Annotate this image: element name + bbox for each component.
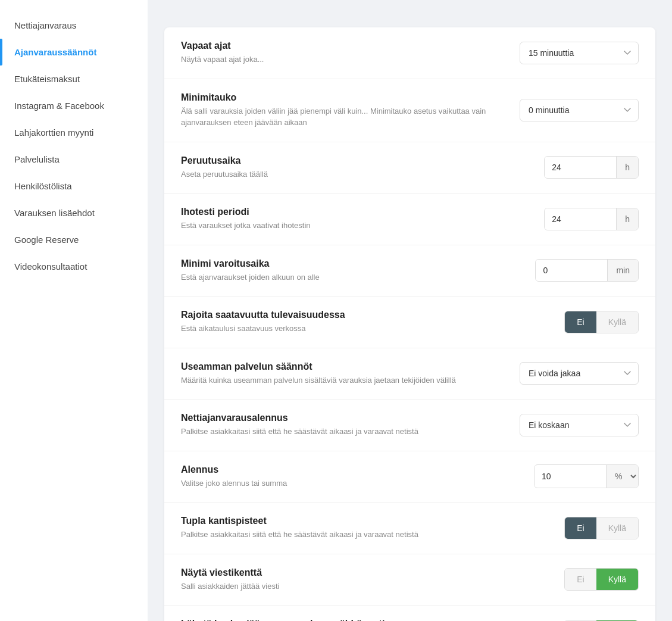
- rule-title-alennus: Alennus: [181, 464, 522, 475]
- rule-info-peruutusaika: PeruutusaikaAseta peruutusaika täällä: [181, 155, 532, 180]
- rule-info-useamman-palvelun: Useamman palvelun säännötMääritä kuinka …: [181, 361, 508, 386]
- rule-control-nettiajanvaraus-alennus: Ei koskaanAina: [520, 414, 639, 436]
- rule-control-peruutusaika: h: [544, 156, 639, 179]
- toggle-left-rajoita-saatavuutta[interactable]: Ei: [565, 311, 596, 333]
- rule-desc-ihotesti-periodi: Estä varaukset jotka vaativat ihotestin: [181, 220, 532, 232]
- input-wrap-ihotesti-periodi: h: [544, 208, 639, 230]
- rule-desc-minimi-varoitusaika: Estä ajanvaraukset joiden alkuun on alle: [181, 272, 523, 283]
- rule-title-useamman-palvelun: Useamman palvelun säännöt: [181, 361, 508, 372]
- sidebar-item-nettiajanvaraus[interactable]: Nettiajanvaraus: [0, 12, 148, 39]
- rule-row-minimi-varoitusaika: Minimi varoitusaikaEstä ajanvaraukset jo…: [164, 245, 655, 297]
- rule-control-tupla-kantispisteet: EiKyllä: [564, 517, 639, 539]
- rule-info-alennus: AlennusValitse joko alennus tai summa: [181, 464, 522, 489]
- rule-control-alennus: %€: [534, 464, 639, 488]
- sidebar-item-lahjakorttien-myynti[interactable]: Lahjakorttien myynti: [0, 119, 148, 146]
- toggle-tupla-kantispisteet: EiKyllä: [564, 517, 639, 539]
- sidebar-item-etukaiteismaksut[interactable]: Etukäteismaksut: [0, 65, 148, 92]
- toggle-right-rajoita-saatavuutta[interactable]: Kyllä: [596, 311, 638, 333]
- rule-title-peruutusaika: Peruutusaika: [181, 155, 532, 166]
- rule-info-rajoita-saatavuutta: Rajoita saatavuutta tulevaisuudessaEstä …: [181, 310, 552, 335]
- rule-row-nettiajanvaraus-alennus: NettiajanvarausalennusPalkitse asiakkait…: [164, 400, 655, 451]
- rule-control-ihotesti-periodi: h: [544, 208, 639, 230]
- rule-row-alennus: AlennusValitse joko alennus tai summa%€: [164, 451, 655, 503]
- sidebar-item-google-reserve[interactable]: Google Reserve: [0, 226, 148, 253]
- rule-info-minimi-varoitusaika: Minimi varoitusaikaEstä ajanvaraukset jo…: [181, 258, 523, 283]
- rule-title-rajoita-saatavuutta: Rajoita saatavuutta tulevaisuudessa: [181, 310, 552, 320]
- rule-desc-alennus: Valitse joko alennus tai summa: [181, 478, 522, 489]
- toggle-right-nayta-viestikentta[interactable]: Kyllä: [596, 569, 638, 590]
- input-alennus[interactable]: [535, 466, 606, 487]
- rule-desc-peruutusaika: Aseta peruutusaika täällä: [181, 168, 532, 180]
- rules-card: Vapaat ajatNäytä vapaat ajat joka...5 mi…: [164, 27, 655, 621]
- select-nettiajanvaraus-alennus[interactable]: Ei koskaanAina: [520, 414, 639, 436]
- rule-row-tupla-kantispisteet: Tupla kantispisteetPalkitse asiakkaitasi…: [164, 503, 655, 554]
- sidebar: NettiajanvarausAjanvaraussäännötEtukätei…: [0, 0, 148, 621]
- rule-title-minimitauko: Minimitauko: [181, 92, 508, 103]
- rule-info-tupla-kantispisteet: Tupla kantispisteetPalkitse asiakkaitasi…: [181, 516, 552, 541]
- toggle-rajoita-saatavuutta: EiKyllä: [564, 311, 639, 333]
- rule-title-nayta-viestikentta: Näytä viestikenttä: [181, 567, 552, 578]
- select-minimitauko[interactable]: 0 minuuttia5 minuuttia10 minuuttia15 min…: [520, 99, 639, 121]
- toggle-left-tupla-kantispisteet[interactable]: Ei: [565, 517, 596, 539]
- sidebar-item-palvelulista[interactable]: Palvelulista: [0, 146, 148, 173]
- input-peruutusaika[interactable]: [545, 157, 616, 178]
- toggle-nayta-viestikentta: EiKyllä: [564, 568, 639, 591]
- rule-row-useamman-palvelun: Useamman palvelun säännötMääritä kuinka …: [164, 348, 655, 400]
- rule-desc-nettiajanvaraus-alennus: Palkitse asiakkaitasi siitä että he sääs…: [181, 426, 508, 438]
- rule-title-nettiajanvaraus-alennus: Nettiajanvarausalennus: [181, 413, 508, 423]
- rule-info-nettiajanvaraus-alennus: NettiajanvarausalennusPalkitse asiakkait…: [181, 413, 508, 438]
- rule-row-peruutusaika: PeruutusaikaAseta peruutusaika täälläh: [164, 142, 655, 194]
- select-vapaat-ajat[interactable]: 5 minuuttia10 minuuttia15 minuuttia20 mi…: [520, 42, 639, 64]
- input-ihotesti-periodi[interactable]: [545, 208, 616, 230]
- main-content: Vapaat ajatNäytä vapaat ajat joka...5 mi…: [148, 0, 672, 621]
- suffix-minimi-varoitusaika: min: [607, 260, 638, 281]
- sidebar-item-varauksen-lisaehdot[interactable]: Varauksen lisäehdot: [0, 199, 148, 226]
- rule-control-minimi-varoitusaika: min: [535, 259, 639, 282]
- rule-info-nayta-viestikentta: Näytä viestikenttäSalli asiakkaiden jätt…: [181, 567, 552, 592]
- rule-control-minimitauko: 0 minuuttia5 minuuttia10 minuuttia15 min…: [520, 99, 639, 121]
- sidebar-item-henkilostolista[interactable]: Henkilöstölista: [0, 173, 148, 199]
- rule-control-rajoita-saatavuutta: EiKyllä: [564, 311, 639, 333]
- select-useamman-palvelun[interactable]: Ei voida jakaaVoidaan jakaa: [520, 362, 639, 385]
- rule-info-laheta-keskenjaaneen: Lähetä keskenjääneen varauksen sähköpost…: [181, 619, 552, 621]
- rule-title-ihotesti-periodi: Ihotesti periodi: [181, 207, 532, 217]
- input-minimi-varoitusaika[interactable]: [536, 260, 607, 281]
- rule-control-nayta-viestikentta: EiKyllä: [564, 568, 639, 591]
- sidebar-item-ajanvaraussaannot[interactable]: Ajanvaraussäännöt: [0, 39, 148, 65]
- input-wrap-minimi-varoitusaika: min: [535, 259, 639, 282]
- input-wrap-alennus: %€: [534, 464, 639, 488]
- toggle-left-nayta-viestikentta[interactable]: Ei: [565, 569, 596, 590]
- rule-title-minimi-varoitusaika: Minimi varoitusaika: [181, 258, 523, 269]
- rule-desc-nayta-viestikentta: Salli asiakkaiden jättää viesti: [181, 581, 552, 592]
- suffix-peruutusaika: h: [616, 157, 638, 178]
- rule-info-vapaat-ajat: Vapaat ajatNäytä vapaat ajat joka...: [181, 40, 508, 65]
- rule-desc-vapaat-ajat: Näytä vapaat ajat joka...: [181, 54, 508, 65]
- rule-row-ihotesti-periodi: Ihotesti periodiEstä varaukset jotka vaa…: [164, 194, 655, 245]
- rule-control-vapaat-ajat: 5 minuuttia10 minuuttia15 minuuttia20 mi…: [520, 42, 639, 64]
- rule-desc-tupla-kantispisteet: Palkitse asiakkaitasi siitä että he sääs…: [181, 529, 552, 541]
- rule-info-ihotesti-periodi: Ihotesti periodiEstä varaukset jotka vaa…: [181, 207, 532, 232]
- rule-row-nayta-viestikentta: Näytä viestikenttäSalli asiakkaiden jätt…: [164, 554, 655, 606]
- rule-row-rajoita-saatavuutta: Rajoita saatavuutta tulevaisuudessaEstä …: [164, 297, 655, 348]
- sidebar-item-instagram-facebook[interactable]: Instagram & Facebook: [0, 92, 148, 119]
- rule-row-laheta-keskenjaaneen: Lähetä keskenjääneen varauksen sähköpost…: [164, 606, 655, 621]
- rule-row-vapaat-ajat: Vapaat ajatNäytä vapaat ajat joka...5 mi…: [164, 27, 655, 79]
- rule-desc-useamman-palvelun: Määritä kuinka useamman palvelun sisältä…: [181, 375, 508, 386]
- rule-desc-rajoita-saatavuutta: Estä aikataulusi saatavuus verkossa: [181, 323, 552, 335]
- suffix-select-alennus[interactable]: %€: [606, 465, 638, 488]
- rule-title-vapaat-ajat: Vapaat ajat: [181, 40, 508, 51]
- rule-title-laheta-keskenjaaneen: Lähetä keskenjääneen varauksen sähköpost…: [181, 619, 552, 621]
- rule-control-useamman-palvelun: Ei voida jakaaVoidaan jakaa: [520, 362, 639, 385]
- rule-desc-minimitauko: Älä salli varauksia joiden väliin jää pi…: [181, 105, 508, 129]
- input-wrap-peruutusaika: h: [544, 156, 639, 179]
- rule-title-tupla-kantispisteet: Tupla kantispisteet: [181, 516, 552, 526]
- suffix-ihotesti-periodi: h: [616, 208, 638, 230]
- sidebar-item-videokonsultaatiot[interactable]: Videokonsultaatiot: [0, 253, 148, 280]
- rule-info-minimitauko: MinimitaukoÄlä salli varauksia joiden vä…: [181, 92, 508, 129]
- rule-row-minimitauko: MinimitaukoÄlä salli varauksia joiden vä…: [164, 79, 655, 142]
- toggle-right-tupla-kantispisteet[interactable]: Kyllä: [596, 517, 638, 539]
